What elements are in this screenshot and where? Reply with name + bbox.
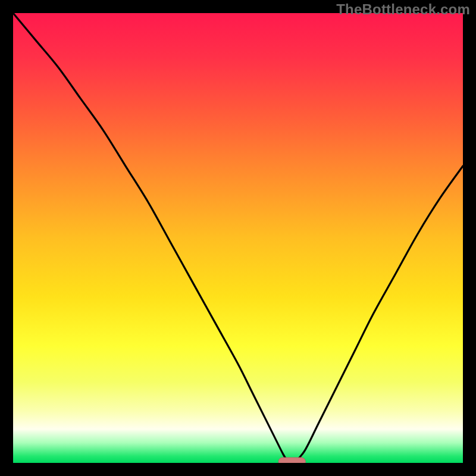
watermark-text: TheBottleneck.com — [336, 1, 470, 18]
bottleneck-chart — [13, 13, 463, 463]
gradient-background — [13, 13, 463, 463]
plot-area — [13, 13, 463, 463]
chart-frame: TheBottleneck.com — [0, 0, 476, 476]
optimal-marker — [278, 458, 305, 463]
